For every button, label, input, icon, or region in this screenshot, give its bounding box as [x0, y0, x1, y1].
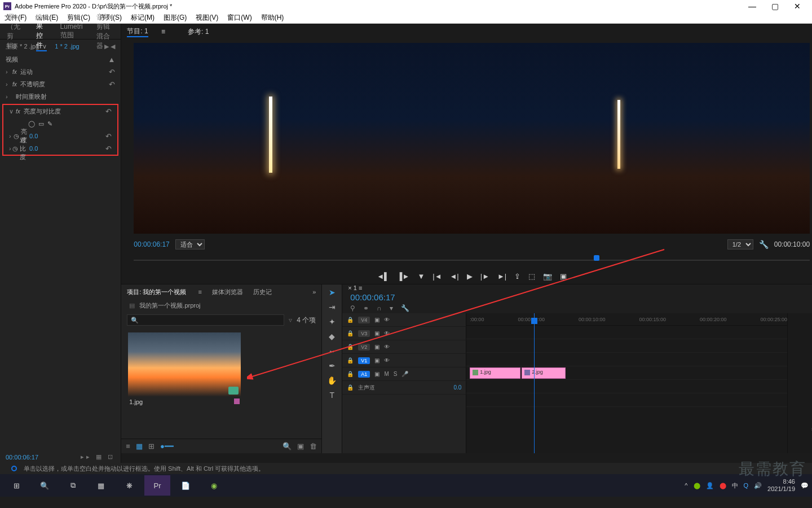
clip-1[interactable]: 1.jpg	[470, 367, 520, 379]
tray-icon[interactable]: 👤	[706, 482, 714, 489]
tray-icon[interactable]: ⬤	[720, 482, 726, 489]
step-back-icon[interactable]: ◄|	[450, 272, 459, 281]
timeline-timecode[interactable]: 00:00:06:17	[342, 291, 812, 303]
menu-window[interactable]: 窗口(W)	[227, 13, 251, 23]
timeline-ruler[interactable]: :00:0000:00:05:0000:00:10:0000:00:15:000…	[466, 313, 787, 326]
clip-2[interactable]: 2.jpg	[522, 367, 566, 379]
maximize-button[interactable]: ▢	[764, 2, 786, 11]
go-in-icon[interactable]: |◄	[433, 272, 442, 281]
program-monitor[interactable]	[134, 43, 810, 234]
time-remap-effect[interactable]: 时间重映射	[16, 93, 47, 101]
resolution-select[interactable]: 1/2	[727, 239, 753, 249]
slip-tool-icon[interactable]: ↔	[328, 347, 336, 356]
close-button[interactable]: ✕	[786, 2, 809, 11]
settings-icon[interactable]: 🔧	[759, 240, 769, 249]
razor-tool-icon[interactable]: ◆	[329, 332, 335, 341]
task-view-icon[interactable]: ⧉	[60, 475, 86, 496]
reset-icon[interactable]: ↶	[105, 107, 112, 116]
opacity-effect[interactable]: 不透明度	[20, 80, 45, 89]
brightness-value[interactable]: 0.0	[29, 133, 38, 139]
trash-icon[interactable]: 🗑	[310, 442, 317, 450]
menu-marker[interactable]: 标记(M)	[131, 13, 155, 23]
project-item[interactable]: 1.jpg	[128, 332, 241, 407]
tray-icon[interactable]: ⬤	[694, 482, 700, 489]
playhead-marker[interactable]	[594, 255, 599, 261]
timeline-playhead[interactable]	[534, 313, 535, 453]
project-search-input[interactable]	[127, 314, 284, 326]
motion-effect[interactable]: 运动	[20, 68, 33, 76]
settings-icon[interactable]: ▾	[390, 304, 393, 312]
panel-footer-icons[interactable]: ▸▸ ▦ ⊡	[81, 453, 115, 461]
tray-icon[interactable]: ^	[685, 482, 687, 489]
mask-pen-icon[interactable]: ✎	[47, 120, 52, 128]
compare-icon[interactable]: ▣	[560, 272, 567, 281]
search-icon[interactable]: 🔍	[32, 475, 58, 496]
section-toggle-icon[interactable]: ▲	[108, 55, 115, 64]
wrench-icon[interactable]: 🔧	[401, 304, 409, 312]
taskbar-app[interactable]: ◉	[201, 475, 227, 496]
effect-clip-link[interactable]: 1 * 2 .jpg	[55, 43, 79, 50]
new-item-icon[interactable]: ▣	[297, 442, 304, 450]
mark-out-icon[interactable]: ▐►	[397, 272, 409, 281]
marker-icon[interactable]: ▼	[417, 272, 425, 281]
taskbar-premiere[interactable]: Pr	[144, 475, 170, 496]
taskbar-app[interactable]: ❋	[116, 475, 142, 496]
tab-project[interactable]: 项目: 我的第一个视频	[127, 288, 186, 296]
stopwatch-icon[interactable]: ◷	[14, 133, 19, 140]
reset-icon[interactable]: ↶	[105, 144, 112, 153]
mask-rect-icon[interactable]: ▭	[38, 120, 44, 128]
sequence-tab[interactable]: × 1	[348, 284, 357, 291]
menu-help[interactable]: 帮助(H)	[261, 13, 284, 23]
stopwatch-icon[interactable]: ◷	[12, 145, 18, 152]
taskbar-clock[interactable]: 8:462021/1/19	[767, 478, 795, 493]
mark-in-icon[interactable]: ◄▌	[377, 272, 389, 281]
filter-icon[interactable]: ▿	[289, 316, 292, 324]
link-icon[interactable]: ⚭	[363, 304, 369, 312]
reset-icon[interactable]: ↶	[105, 132, 112, 141]
menu-clip[interactable]: 剪辑(C)	[67, 13, 90, 23]
hand-tool-icon[interactable]: ✋	[327, 376, 337, 385]
menu-view[interactable]: 视图(V)	[196, 13, 218, 23]
reset-icon[interactable]: ↶	[109, 68, 115, 76]
label-color[interactable]	[234, 398, 240, 404]
track-select-tool-icon[interactable]: ⇥	[329, 303, 336, 312]
new-bin-icon[interactable]: 🔍	[283, 442, 292, 450]
tab-history[interactable]: 历史记	[253, 288, 272, 296]
freeform-view-icon[interactable]: ⊞	[148, 442, 155, 450]
program-scrubber[interactable]: ⊕	[134, 254, 810, 266]
selection-tool-icon[interactable]: ➤	[329, 288, 336, 297]
list-view-icon[interactable]: ≡	[126, 442, 130, 450]
snap-icon[interactable]: ⚲	[350, 304, 355, 312]
tab-lumetri-scopes[interactable]: Lumetri 范围	[60, 23, 83, 40]
tab-reference[interactable]: 参考: 1	[188, 27, 209, 37]
type-tool-icon[interactable]: T	[330, 391, 335, 400]
menu-graphics[interactable]: 图形(G)	[164, 13, 187, 23]
notification-icon[interactable]: 💬	[801, 482, 809, 489]
reset-icon[interactable]: ↶	[109, 80, 115, 89]
export-frame-icon[interactable]: 📷	[543, 272, 552, 281]
tray-icon[interactable]: 🔊	[754, 482, 762, 489]
tray-icon[interactable]: 中	[732, 481, 738, 490]
extract-icon[interactable]: ⬚	[528, 272, 535, 281]
icon-view-icon[interactable]: ▦	[136, 442, 143, 450]
tray-icon[interactable]: Q	[744, 482, 749, 489]
program-timecode[interactable]: 00:00:06:17	[134, 240, 169, 248]
pen-tool-icon[interactable]: ✒	[329, 361, 336, 370]
step-fwd-icon[interactable]: |►	[480, 272, 489, 281]
start-button[interactable]: ⊞	[3, 475, 29, 496]
taskbar-app[interactable]: 📄	[173, 475, 198, 496]
marker-add-icon[interactable]: ∩	[377, 304, 382, 312]
play-icon[interactable]: ▶	[467, 272, 473, 281]
minimize-button[interactable]: —	[741, 2, 764, 11]
v1-lane[interactable]: 1.jpg 2.jpg	[466, 366, 787, 380]
contrast-value[interactable]: 0.0	[29, 145, 38, 152]
mask-ellipse-icon[interactable]: ◯	[28, 120, 35, 128]
zoom-select[interactable]: 适合	[175, 239, 205, 249]
brightness-contrast-effect[interactable]: 亮度与对比度	[24, 107, 61, 116]
lift-icon[interactable]: ⇪	[514, 272, 520, 281]
taskbar-app[interactable]: ▦	[88, 475, 114, 496]
tab-program[interactable]: 节目: 1	[127, 27, 148, 37]
go-out-icon[interactable]: ►|	[497, 272, 506, 281]
ripple-tool-icon[interactable]: ✦	[329, 317, 336, 326]
tab-media-browser[interactable]: 媒体浏览器	[212, 288, 243, 296]
